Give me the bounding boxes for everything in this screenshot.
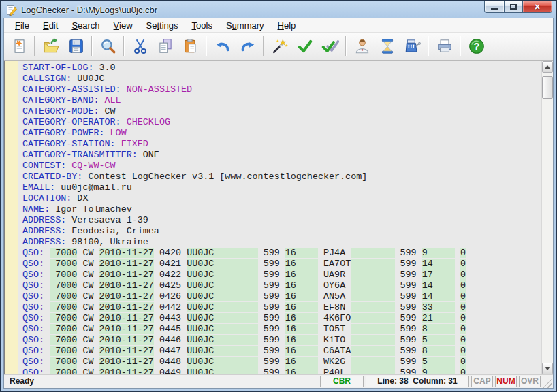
new-document-icon bbox=[10, 37, 28, 55]
menu-edit[interactable]: Edit bbox=[36, 19, 65, 32]
toolbar-separator bbox=[206, 36, 207, 56]
app-logo-icon bbox=[6, 5, 17, 16]
search-icon bbox=[99, 37, 117, 55]
resize-grip[interactable] bbox=[543, 379, 552, 388]
qso-line: QSO: 7000 CW 2010-11-27 0422 UU0JC 599 1… bbox=[22, 270, 541, 280]
menu-summary[interactable]: Summary bbox=[219, 19, 271, 32]
menu-file[interactable]: File bbox=[8, 19, 36, 32]
cut-button[interactable] bbox=[127, 33, 153, 59]
qso-line: QSO: 7000 CW 2010-11-27 0443 UU0JC 599 1… bbox=[22, 313, 541, 324]
help-button[interactable]: ? bbox=[464, 33, 489, 59]
log-header-line: LOCATION: DX bbox=[22, 193, 541, 204]
check-icon bbox=[296, 37, 314, 55]
calculator-icon bbox=[404, 37, 421, 55]
operator-button[interactable] bbox=[349, 33, 375, 59]
menu-tools[interactable]: Tools bbox=[185, 19, 219, 32]
undo-icon bbox=[214, 37, 232, 55]
menu-search[interactable]: Search bbox=[65, 19, 106, 32]
new-document-button[interactable] bbox=[6, 33, 31, 59]
check-button[interactable] bbox=[292, 33, 317, 59]
hourglass-icon bbox=[379, 37, 396, 55]
redo-icon bbox=[239, 37, 257, 55]
copy-button[interactable] bbox=[153, 33, 178, 59]
log-header-line: CATEGORY-MODE: CW bbox=[22, 106, 541, 117]
redo-button[interactable] bbox=[235, 33, 260, 59]
double-check-icon bbox=[321, 37, 339, 55]
qso-line: QSO: 7000 CW 2010-11-27 0445 UU0JC 599 1… bbox=[22, 324, 541, 335]
toolbar-separator bbox=[34, 36, 35, 56]
search-button[interactable] bbox=[95, 33, 121, 59]
svg-text:?: ? bbox=[473, 41, 479, 52]
header-lines: START-OF-LOG: 3.0CALLSIGN: UU0JCCATEGORY… bbox=[22, 63, 541, 248]
log-header-line: ADDRESS: Veresaeva 1-39 bbox=[22, 215, 541, 226]
hourglass-button[interactable] bbox=[375, 33, 400, 59]
log-header-line: START-OF-LOG: 3.0 bbox=[22, 63, 541, 74]
log-text[interactable]: START-OF-LOG: 3.0CALLSIGN: UU0JCCATEGORY… bbox=[18, 61, 541, 374]
log-header-line: ADDRESS: Feodosia, Crimea bbox=[22, 226, 541, 237]
menu-help[interactable]: Help bbox=[271, 19, 303, 32]
scrollbar-thumb[interactable] bbox=[542, 76, 553, 99]
title-bar[interactable]: LogChecker - D:\MyLogs\uu0jc.cbr × bbox=[3, 1, 554, 18]
print-button[interactable] bbox=[432, 33, 457, 59]
minimize-icon bbox=[491, 8, 498, 10]
log-header-line: CATEGORY-TRANSMITTER: ONE bbox=[22, 150, 541, 161]
bookmark-gutter bbox=[5, 61, 18, 374]
magic-wand-icon bbox=[271, 37, 289, 55]
qso-line: QSO: 7000 CW 2010-11-27 0426 UU0JC 599 1… bbox=[22, 291, 541, 302]
status-bar: Ready CBR Line: 38 Column: 31 CAP NUM OV… bbox=[4, 374, 553, 389]
vertical-scrollbar[interactable] bbox=[541, 61, 553, 374]
log-header-line: ADDRESS: 98100, Ukraine bbox=[22, 237, 541, 248]
log-header-line: CATEGORY-OPERATOR: CHECKLOG bbox=[22, 117, 541, 128]
toolbar-separator bbox=[123, 36, 125, 56]
print-icon bbox=[436, 37, 453, 55]
qso-line: QSO: 7000 CW 2010-11-27 0425 UU0JC 599 1… bbox=[22, 280, 541, 291]
log-header-line: NAME: Igor Tolmachev bbox=[22, 204, 541, 215]
close-button[interactable]: × bbox=[523, 1, 552, 13]
menu-view[interactable]: View bbox=[107, 19, 140, 32]
arrow-up-icon bbox=[545, 65, 550, 69]
qso-line: QSO: 7000 CW 2010-11-27 0420 UU0JC 599 1… bbox=[22, 248, 541, 259]
calculator-button[interactable] bbox=[400, 33, 425, 59]
menu-settings[interactable]: Settings bbox=[140, 19, 185, 32]
cut-icon bbox=[131, 37, 149, 55]
overwrite-indicator: OVR bbox=[519, 376, 541, 387]
scroll-down-button[interactable] bbox=[542, 363, 553, 374]
scroll-up-button[interactable] bbox=[542, 61, 553, 73]
log-header-line: CATEGORY-BAND: ALL bbox=[22, 95, 541, 106]
caps-lock-indicator: CAP bbox=[471, 376, 493, 387]
qso-line: QSO: 7000 CW 2010-11-27 0442 UU0JC 599 1… bbox=[22, 302, 541, 313]
paste-icon bbox=[182, 37, 200, 55]
num-lock-indicator: NUM bbox=[495, 376, 517, 387]
maximize-button[interactable] bbox=[504, 1, 523, 13]
client-area: FileEditSearchViewSettingsToolsSummaryHe… bbox=[3, 18, 554, 389]
file-type-badge: CBR bbox=[320, 376, 364, 387]
toolbar-separator bbox=[91, 36, 93, 56]
window-title: LogChecker - D:\MyLogs\uu0jc.cbr bbox=[21, 3, 157, 15]
toolbar-separator bbox=[428, 36, 429, 56]
open-folder-icon bbox=[42, 37, 60, 55]
save-icon bbox=[67, 37, 85, 55]
magic-wand-button[interactable] bbox=[267, 33, 292, 59]
arrow-down-icon bbox=[545, 367, 550, 370]
maximize-icon bbox=[510, 4, 517, 10]
paste-button[interactable] bbox=[178, 33, 203, 59]
log-header-line: CONTEST: CQ-WW-CW bbox=[22, 161, 541, 172]
save-button[interactable] bbox=[63, 33, 89, 59]
log-header-line: CALLSIGN: UU0JC bbox=[22, 74, 541, 84]
open-folder-button[interactable] bbox=[38, 33, 63, 59]
toolbar: ? bbox=[4, 33, 553, 60]
log-editor[interactable]: START-OF-LOG: 3.0CALLSIGN: UU0JCCATEGORY… bbox=[4, 61, 553, 374]
qso-line: QSO: 7000 CW 2010-11-27 0447 UU0JC 599 1… bbox=[22, 346, 541, 357]
menu-bar: FileEditSearchViewSettingsToolsSummaryHe… bbox=[4, 18, 553, 33]
double-check-button[interactable] bbox=[317, 33, 343, 59]
log-header-line: CATEGORY-ASSISTED: NON-ASSISTED bbox=[22, 84, 541, 95]
minimize-button[interactable] bbox=[484, 1, 504, 13]
toolbar-separator bbox=[460, 36, 461, 56]
qso-line: QSO: 7000 CW 2010-11-27 0449 UU0JC 599 1… bbox=[22, 368, 541, 374]
help-icon: ? bbox=[468, 37, 486, 55]
operator-icon bbox=[353, 37, 371, 55]
undo-button[interactable] bbox=[210, 33, 235, 59]
qso-line: QSO: 7000 CW 2010-11-27 0448 UU0JC 599 1… bbox=[22, 357, 541, 368]
line-column-indicator: Line: 38 Column: 31 bbox=[366, 376, 469, 387]
caption-buttons: × bbox=[484, 1, 552, 13]
